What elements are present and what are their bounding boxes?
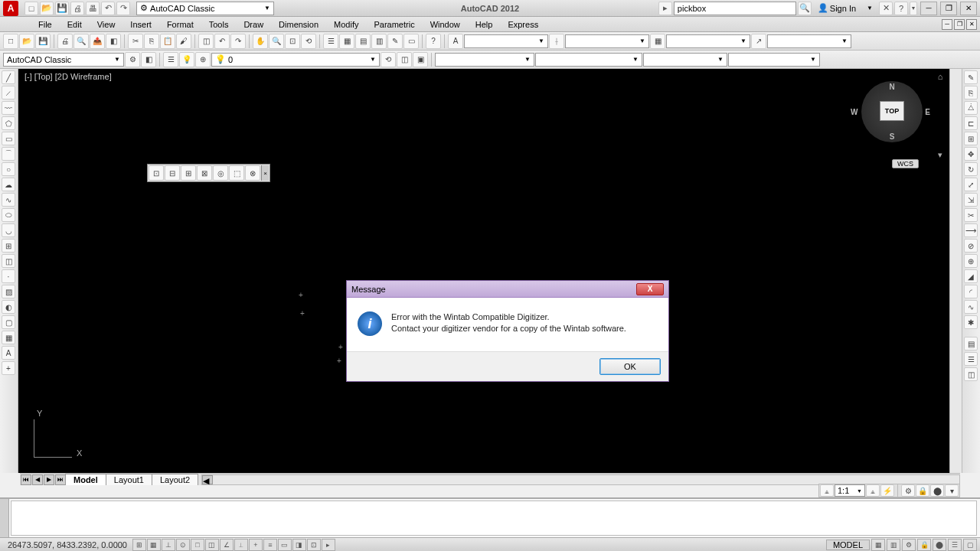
insert-block-icon[interactable]: ⊞ [2,239,15,253]
menu-file[interactable]: File [31,18,60,31]
zoom-icon[interactable]: 🔍 [269,34,284,49]
dimstyle-dropdown[interactable]: ▼ [565,34,649,48]
coordinates[interactable]: 26473.5097, 8433.2392, 0.0000 [3,540,132,549]
ellipse-icon[interactable]: ⬭ [2,208,15,222]
cut-icon[interactable]: ✂ [128,34,143,49]
help-icon[interactable]: ? [426,34,441,49]
scroll-left-icon[interactable]: ◀ [202,475,213,484]
menu-dimension[interactable]: Dimension [271,18,326,31]
make-block-icon[interactable]: ◫ [2,254,15,268]
layers-panel-icon[interactable]: ▤ [964,337,978,350]
scale-dropdown[interactable]: 1:1▼ [835,484,865,497]
otrack-icon[interactable]: ∠ [220,539,234,551]
compass-s[interactable]: S [890,132,895,141]
polygon-icon[interactable]: ⬠ [2,116,15,130]
plot-icon[interactable]: 🖨 [57,34,73,49]
line-icon[interactable]: ╱ [2,70,15,84]
anno-vis-icon[interactable]: ⟁ [866,484,880,497]
erase-icon[interactable]: ✎ [964,70,978,84]
tab-first-icon[interactable]: ⏮ [21,474,31,485]
compass-e[interactable]: E [925,108,930,116]
3dosnap-icon[interactable]: ◫ [205,539,219,551]
lineweight-dropdown[interactable]: ▼ [643,53,727,67]
trim-icon[interactable]: ✂ [964,208,978,222]
floating-close-icon[interactable]: × [261,165,269,181]
spline-icon[interactable]: ∿ [2,193,15,207]
new-icon[interactable]: □ [24,2,38,15]
mirror-icon[interactable]: ⧊ [964,101,978,115]
calc-icon[interactable]: ▭ [403,34,419,49]
view-back-icon[interactable]: ⊟ [165,165,180,181]
ducs-icon[interactable]: ⟂ [234,539,248,551]
app-icon[interactable]: A [3,1,18,16]
block-icon[interactable]: ◫ [198,34,214,49]
sr-hwaccel-icon[interactable]: ⬤ [933,539,946,551]
help-dropdown-icon[interactable]: ▼ [910,2,917,15]
mleader-style-icon[interactable]: ↗ [751,34,766,49]
open-file-icon[interactable]: 📂 [19,34,34,49]
circle-icon[interactable]: ○ [2,162,15,176]
workspace-settings-icon[interactable]: ⚙ [125,52,140,67]
point-icon[interactable]: · [2,269,15,283]
color-dropdown[interactable]: ▼ [435,53,534,67]
exchange-icon[interactable]: ✕ [879,2,893,15]
sc-icon[interactable]: ⊡ [307,539,321,551]
menu-express[interactable]: Express [500,18,546,31]
extend-icon[interactable]: ⟶ [964,223,978,237]
menu-edit[interactable]: Edit [60,18,90,31]
view-right-icon[interactable]: ⊠ [197,165,212,181]
menu-help[interactable]: Help [468,18,501,31]
tab-last-icon[interactable]: ⏭ [55,474,66,485]
view-iso-icon[interactable]: ◎ [213,165,228,181]
textstyle-dropdown[interactable]: ▼ [464,34,548,48]
command-input[interactable] [11,500,977,536]
polyline-icon[interactable]: 〰 [2,101,15,115]
clean-screen-icon[interactable]: ▢ [963,539,977,551]
isolate-obj-icon[interactable]: ▾ [945,484,959,497]
view-front-icon[interactable]: ⊡ [149,165,164,181]
copy-icon[interactable]: ⎘ [144,34,159,49]
tab-layout2[interactable]: Layout2 [152,474,198,485]
tab-next-icon[interactable]: ▶ [44,474,54,485]
navbar-collapse-icon[interactable]: ▾ [934,148,946,161]
sr-isolate-icon[interactable]: ☰ [948,539,962,551]
workspace-dropdown[interactable]: ⚙ AutoCAD Classic ▼ [136,2,274,15]
snap-mode-icon[interactable]: ⊞ [132,539,146,551]
xline-icon[interactable]: ⟋ [2,86,15,99]
sr-position-lock-icon[interactable]: 🔒 [917,539,931,551]
menu-view[interactable]: View [90,18,123,31]
blend-icon[interactable]: ∿ [964,300,978,314]
dialog-close-button[interactable]: X [636,283,664,295]
am-icon[interactable]: ▸ [322,539,335,551]
layer-iso-icon[interactable]: ◫ [397,52,412,67]
menu-modify[interactable]: Modify [326,18,366,31]
tab-layout1[interactable]: Layout1 [106,474,152,485]
publish-icon[interactable]: 📤 [90,34,105,49]
undo-icon[interactable]: ↶ [214,34,230,49]
grid-icon[interactable]: ▦ [147,539,161,551]
menu-insert[interactable]: Insert [122,18,159,31]
markup-icon[interactable]: ✎ [387,34,403,49]
stretch-icon[interactable]: ⇲ [964,193,978,207]
mtext-icon[interactable]: A [2,346,15,360]
signin-button[interactable]: 👤 Sign In ▼ [813,3,877,13]
explode-icon[interactable]: ✱ [964,315,978,329]
join-icon[interactable]: ⊕ [964,254,978,268]
copy-obj-icon[interactable]: ⎘ [964,86,978,99]
scale-icon[interactable]: ⤢ [964,178,978,191]
mdi-restore-button[interactable]: ❐ [954,19,965,30]
move-icon[interactable]: ✥ [964,147,978,161]
ok-button[interactable]: OK [599,358,661,375]
zoom-prev-icon[interactable]: ⟲ [301,34,316,49]
vertical-scrollbar[interactable] [949,69,962,473]
toolpal-icon[interactable]: ▤ [355,34,371,49]
fillet-icon[interactable]: ◜ [964,285,978,298]
tpy-icon[interactable]: ▭ [278,539,292,551]
menu-tools[interactable]: Tools [201,18,237,31]
sr-workspace-icon[interactable]: ⚙ [902,539,916,551]
properties-icon[interactable]: ☰ [323,34,338,49]
match-icon[interactable]: 🖌 [176,34,191,49]
array-icon[interactable]: ⊞ [964,132,978,145]
workspace-dropdown-2[interactable]: AutoCAD Classic▼ [3,53,124,67]
rotate-icon[interactable]: ↻ [964,162,978,176]
